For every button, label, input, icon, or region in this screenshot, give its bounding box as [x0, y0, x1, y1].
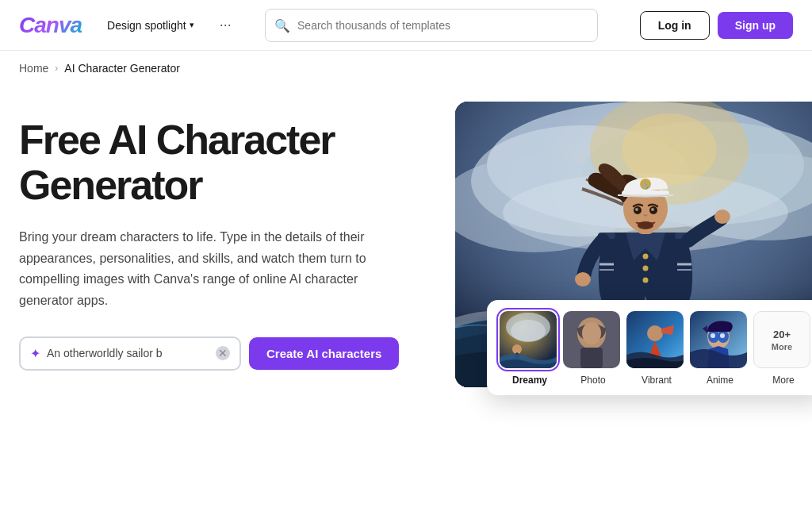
header-search-container: 🔍	[265, 9, 598, 42]
svg-point-46	[720, 333, 725, 338]
hero-description: Bring your dream characters to life. Typ…	[19, 227, 368, 311]
signup-button[interactable]: Sign up	[718, 12, 793, 39]
more-nav-button[interactable]: ···	[213, 12, 238, 38]
login-button[interactable]: Log in	[640, 11, 710, 40]
header: Canva Design spotlight ▾ ··· 🔍 Log in Si…	[0, 0, 812, 51]
style-thumb-anime[interactable]	[690, 311, 747, 368]
create-button[interactable]: Create AI characters	[249, 337, 399, 370]
search-input[interactable]	[265, 9, 598, 42]
design-spotlight-label: Design spotlight	[107, 19, 186, 32]
svg-rect-36	[580, 348, 603, 368]
left-column: Free AI Character Generator Bring your d…	[19, 102, 408, 371]
style-label-dreamy: Dreamy	[501, 375, 558, 386]
svg-point-13	[643, 278, 649, 283]
more-count-label: 20+	[773, 329, 791, 340]
right-column: ⚓	[455, 102, 812, 387]
svg-point-37	[582, 322, 601, 344]
style-picker: 20+ More Dreamy Photo Vibrant Anime More	[487, 300, 812, 395]
chevron-down-icon: ▾	[190, 20, 194, 30]
sparkle-icon: ✦	[30, 346, 40, 361]
breadcrumb-home[interactable]: Home	[19, 62, 48, 75]
style-more-label: More	[755, 375, 812, 386]
style-labels: Dreamy Photo Vibrant Anime More	[500, 375, 812, 386]
prompt-input-wrapper: ✦ ✕	[19, 336, 241, 371]
svg-point-10	[622, 113, 717, 185]
style-label-vibrant: Vibrant	[628, 375, 685, 386]
main-content: Free AI Character Generator Bring your d…	[0, 86, 812, 419]
style-label-photo: Photo	[565, 375, 622, 386]
header-actions: Log in Sign up	[640, 11, 793, 40]
clear-input-button[interactable]: ✕	[216, 346, 230, 360]
style-more-button[interactable]: 20+ More	[753, 311, 810, 368]
svg-point-40	[647, 325, 663, 341]
svg-point-29	[651, 208, 654, 211]
svg-point-17	[714, 210, 730, 224]
svg-point-12	[643, 266, 649, 271]
svg-text:⚓: ⚓	[642, 181, 649, 189]
style-thumbnails: 20+ More	[500, 311, 812, 368]
prompt-input[interactable]	[47, 347, 209, 359]
svg-point-16	[575, 272, 591, 286]
hero-title: Free AI Character Generator	[19, 117, 408, 208]
svg-point-11	[643, 254, 649, 260]
style-thumb-dreamy[interactable]	[500, 311, 557, 368]
breadcrumb-separator: ›	[55, 63, 58, 74]
breadcrumb-current: AI Character Generator	[64, 62, 180, 75]
input-row: ✦ ✕ Create AI characters	[19, 336, 408, 371]
more-label: More	[772, 342, 792, 352]
search-icon: 🔍	[274, 17, 290, 33]
style-label-anime: Anime	[691, 375, 749, 386]
svg-point-45	[710, 333, 715, 338]
design-spotlight-nav[interactable]: Design spotlight ▾	[101, 14, 201, 37]
style-thumb-photo[interactable]	[563, 311, 620, 368]
canva-logo[interactable]: Canva	[19, 13, 82, 38]
svg-point-28	[635, 208, 638, 211]
style-thumb-vibrant[interactable]	[626, 311, 684, 368]
svg-point-32	[511, 320, 546, 342]
svg-point-33	[512, 344, 522, 354]
svg-point-25	[638, 221, 653, 229]
breadcrumb: Home › AI Character Generator	[0, 51, 812, 86]
